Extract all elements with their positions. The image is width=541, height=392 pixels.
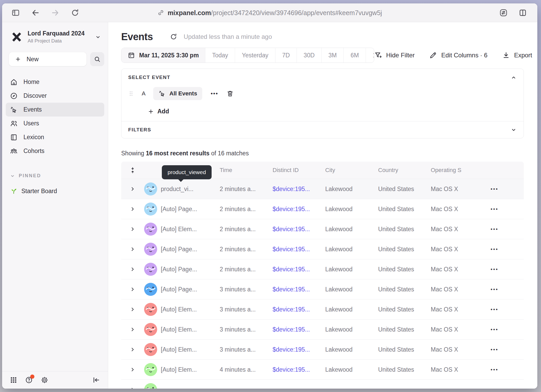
distinct-id-link[interactable]: $device:195...	[273, 246, 310, 253]
event-avatar	[144, 203, 157, 216]
refresh-icon[interactable]	[170, 33, 177, 41]
row-expand-chevron-icon[interactable]	[130, 327, 136, 332]
distinct-id-link[interactable]: $device:195...	[273, 306, 310, 313]
row-actions-button[interactable]: •••	[490, 266, 498, 272]
event-more-options-button[interactable]: •••	[209, 90, 220, 97]
new-button[interactable]: New	[9, 52, 87, 66]
project-switcher[interactable]: Lord Farquaad 2024 All Project Data	[2, 22, 108, 45]
table-row: [Auto] Page... 2 minutes a... $device:19…	[121, 199, 524, 219]
row-actions-button[interactable]: •••	[490, 387, 498, 389]
range-30d[interactable]: 30D	[297, 48, 322, 63]
event-name[interactable]: [Auto] Elem...	[161, 226, 197, 232]
distinct-id-link[interactable]: $device:195...	[273, 266, 310, 273]
range-3m[interactable]: 3M	[322, 48, 344, 63]
collapse-rows-icon[interactable]	[129, 167, 136, 174]
event-country: United States	[378, 206, 414, 212]
distinct-id-link[interactable]: $device:195...	[273, 186, 310, 192]
sidebar-item-events[interactable]: Events	[6, 103, 104, 117]
sidebar-item-lexicon[interactable]: Lexicon	[6, 130, 104, 144]
range-yesterday[interactable]: Yesterday	[235, 48, 275, 63]
sidebar-toggle-icon[interactable]	[11, 9, 20, 17]
collapse-section-chevron-up-icon[interactable]	[511, 75, 517, 81]
event-city: Lakewood	[325, 246, 353, 253]
results-summary: Showing 16 most recent results of 16 mat…	[121, 150, 532, 157]
sidebar-item-home[interactable]: Home	[6, 75, 104, 89]
range-7d[interactable]: 7D	[275, 48, 297, 63]
edit-columns-button[interactable]: Edit Columns · 6	[429, 51, 487, 59]
event-name[interactable]: [Auto] Elem...	[161, 326, 197, 333]
table-row: [Auto] Elem... 3 minutes a... $device:19…	[121, 319, 524, 339]
sidebar-item-users[interactable]: Users	[6, 117, 104, 130]
distinct-id-link[interactable]: $device:195...	[273, 286, 310, 293]
row-actions-button[interactable]: •••	[490, 206, 498, 212]
event-city: Lakewood	[325, 346, 353, 353]
help-button[interactable]	[25, 376, 33, 384]
row-expand-chevron-icon[interactable]	[130, 226, 136, 232]
drag-handle-icon[interactable]	[128, 90, 134, 97]
row-actions-button[interactable]: •••	[490, 367, 498, 373]
delete-event-trash-icon[interactable]	[226, 90, 234, 97]
forward-button	[51, 9, 59, 17]
address-bar[interactable]: mixpanel.com/project/3472420/view/397469…	[157, 9, 382, 16]
distinct-id-link[interactable]: $device:195...	[273, 366, 310, 373]
chevron-down-icon	[10, 173, 15, 179]
settings-gear-icon[interactable]	[41, 376, 48, 384]
distinct-id-link[interactable]: $device:195...	[273, 346, 310, 353]
pinned-section-header[interactable]: PINNED	[10, 173, 108, 179]
sidebar-item-starter-board[interactable]: Starter Board	[10, 187, 108, 195]
event-name[interactable]: product_vi...	[161, 186, 193, 192]
row-actions-button[interactable]: •••	[490, 246, 498, 252]
row-expand-chevron-icon[interactable]	[130, 286, 136, 292]
download-icon	[502, 51, 510, 59]
event-time: 2 minutes a...	[220, 246, 256, 253]
event-name[interactable]: [Auto] Page...	[161, 286, 197, 293]
date-picker[interactable]: Mar 11, 2025 3:30 pm	[121, 48, 205, 63]
row-actions-button[interactable]: •••	[490, 327, 498, 333]
distinct-id-link[interactable]: $device:195...	[273, 326, 310, 333]
row-expand-chevron-icon[interactable]	[130, 307, 136, 312]
column-header-time[interactable]: Time	[220, 167, 273, 174]
row-expand-chevron-icon[interactable]	[130, 347, 136, 352]
column-header-country[interactable]: Country	[378, 167, 431, 174]
event-name[interactable]: [Auto] Elem...	[161, 366, 197, 373]
apps-grid-icon[interactable]	[10, 376, 17, 384]
add-event-button[interactable]: Add	[147, 108, 517, 115]
range-12m[interactable]: 12M	[366, 48, 374, 63]
table-row: [Auto] Elem... 2 minutes a... $device:19…	[121, 219, 524, 239]
row-actions-button[interactable]: •••	[490, 286, 498, 292]
row-actions-button[interactable]: •••	[490, 226, 498, 232]
expand-filters-chevron-down-icon[interactable]	[511, 127, 517, 133]
row-expand-chevron-icon[interactable]	[130, 206, 136, 212]
event-name[interactable]: [Auto] Elem...	[161, 306, 197, 313]
range-6m[interactable]: 6M	[344, 48, 366, 63]
range-today[interactable]: Today	[205, 48, 235, 63]
sidebar-item-cohorts[interactable]: Cohorts	[6, 144, 104, 158]
distinct-id-link[interactable]: $device:195...	[273, 226, 310, 232]
event-name[interactable]: [Auto] Elem...	[161, 346, 197, 353]
export-button[interactable]: Export	[502, 51, 532, 59]
row-expand-chevron-icon[interactable]	[130, 367, 136, 372]
column-header-city[interactable]: City	[325, 167, 378, 174]
row-expand-chevron-icon[interactable]	[130, 246, 136, 252]
event-selector-pill[interactable]: All Events	[153, 87, 202, 100]
browser-settings-icon[interactable]	[499, 9, 508, 17]
split-view-icon[interactable]	[519, 9, 527, 17]
reload-button[interactable]	[71, 9, 79, 17]
sidebar-item-discover[interactable]: Discover	[6, 89, 104, 103]
collapse-sidebar-icon[interactable]	[92, 376, 100, 384]
event-name[interactable]: [Auto] Page...	[161, 206, 197, 212]
back-button[interactable]	[31, 9, 40, 17]
row-actions-button[interactable]: •••	[490, 307, 498, 313]
event-name[interactable]: [Auto] Page...	[161, 246, 197, 253]
row-actions-button[interactable]: •••	[490, 347, 498, 353]
distinct-id-link[interactable]: $device:195...	[273, 206, 310, 212]
row-expand-chevron-icon[interactable]	[130, 387, 136, 389]
row-expand-chevron-icon[interactable]	[130, 266, 136, 272]
column-header-os[interactable]: Operating S	[431, 167, 483, 174]
column-header-distinct-id[interactable]: Distinct ID	[273, 167, 325, 174]
search-button[interactable]	[90, 52, 104, 66]
event-name[interactable]: [Auto] Page...	[161, 266, 197, 273]
row-actions-button[interactable]: •••	[490, 186, 498, 192]
row-expand-chevron-icon[interactable]	[130, 186, 136, 192]
hide-filter-button[interactable]: Hide Filter	[374, 51, 415, 59]
